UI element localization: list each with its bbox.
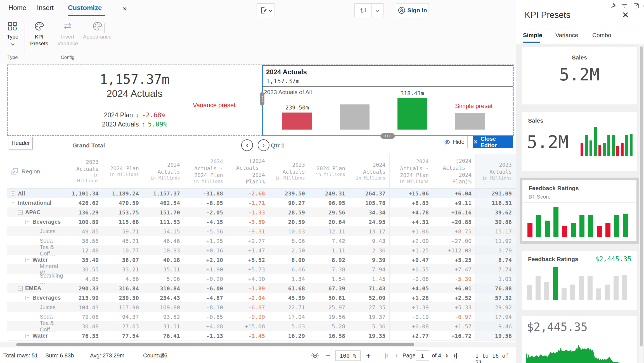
table-row-soda[interactable]: Soda79.0894.3793.52-0.85-0.9017.0419.561… bbox=[7, 312, 516, 322]
next-page-button[interactable]: › bbox=[446, 352, 448, 359]
zoom-in-button[interactable]: + bbox=[363, 350, 373, 361]
qtr-next-button[interactable]: › bbox=[258, 139, 269, 151]
edit-interactions-button[interactable] bbox=[257, 3, 274, 17]
kpi-presets-button[interactable]: KPI Presets bbox=[27, 20, 51, 54]
preset-card-feedback-value[interactable]: Feedback Ratings $2,445.35 bbox=[522, 251, 637, 310]
table-cell: +6.01 bbox=[433, 284, 476, 293]
column-header[interactable]: 2024 Actualsin Millions bbox=[143, 154, 184, 188]
preset-card-sales-centered[interactable]: Sales 5.2M bbox=[522, 47, 637, 104]
table-row-soda[interactable]: Soda38.5645.2146.46+1.25+2.778.067.429.4… bbox=[7, 236, 516, 246]
collapse-icon[interactable]: − bbox=[18, 210, 23, 215]
close-editor-button[interactable]: ✕ Close Editor bbox=[473, 136, 513, 148]
table-row-beverages[interactable]: −Beverages100.89115.68111.53-4.15-3.5920… bbox=[7, 217, 516, 227]
horizontal-scrollbar[interactable] bbox=[0, 342, 516, 347]
table-row-all[interactable]: −All1,101.341,189.241,157.37-31.88-2.682… bbox=[7, 189, 516, 198]
table-settings-gear-icon[interactable] bbox=[311, 352, 319, 360]
page-number-input[interactable]: 1 bbox=[416, 350, 429, 361]
column-header[interactable]: 2023 Actualsin Millions bbox=[69, 154, 103, 188]
table-row-beverages[interactable]: −Beverages213.99239.30234.43-4.87-2.0445… bbox=[7, 293, 516, 303]
appearance-button[interactable]: Appearance bbox=[82, 20, 113, 54]
column-header[interactable]: 2023 Actualsin Millions bbox=[269, 154, 309, 188]
column-header[interactable]: 2024 Planin Millions bbox=[309, 154, 349, 188]
table-row-apac[interactable]: −APAC136.29153.75151.70-2.05-1.3328.5929… bbox=[7, 208, 516, 217]
invert-variance-button[interactable]: Invert Variance bbox=[55, 20, 80, 54]
table-cell: +1.47 bbox=[227, 246, 269, 255]
zoom-level-input[interactable]: 100 % bbox=[335, 350, 361, 361]
tab-home[interactable]: Home bbox=[8, 4, 26, 12]
collapse-icon[interactable]: − bbox=[25, 334, 30, 338]
sign-in-button[interactable]: Sign in bbox=[396, 3, 429, 17]
table-cell: 16.29 bbox=[269, 331, 309, 340]
tab-customize[interactable]: Customize bbox=[68, 4, 102, 12]
region-column-header[interactable]: Region bbox=[7, 154, 69, 188]
table-cell: 1.01 bbox=[476, 274, 516, 283]
resize-handle-left[interactable] bbox=[260, 92, 264, 106]
variance-kpi-visual[interactable]: 1,157.37m 2024 Actuals 2024 Plan ↓ -2.68… bbox=[7, 65, 262, 136]
table-row-emea[interactable]: −EMEA290.33316.84310.84-6.00-1.8961.6867… bbox=[7, 284, 516, 293]
hide-button[interactable]: Hide bbox=[441, 136, 468, 148]
panel-scrollbar-thumb[interactable] bbox=[640, 46, 643, 347]
stats-eye-slash-icon[interactable] bbox=[158, 352, 165, 359]
table-row-tea-coff-[interactable]: Tea & Coff…30.4827.0331.11+4.08+15.085.6… bbox=[7, 322, 516, 331]
add-comment-button[interactable] bbox=[354, 3, 372, 17]
preset-tab-combo[interactable]: Combo bbox=[592, 32, 611, 39]
table-row-water[interactable]: −Water76.3377.5476.41-1.13-1.4516.2916.5… bbox=[7, 331, 516, 341]
kpi-presets-panel: ⋯ KPI Presets ✕ Simple Variance Combo Sa… bbox=[516, 0, 644, 363]
resize-handle-bottom[interactable] bbox=[380, 133, 395, 139]
table-cell: +6.04 bbox=[433, 189, 476, 198]
focus-mode-icon[interactable] bbox=[632, 2, 640, 9]
ribbon-overflow-icon[interactable]: » bbox=[123, 4, 126, 12]
table-row-mineral-w-[interactable]: Mineral W…30.5533.2135.11+1.90+5.736.667… bbox=[7, 265, 516, 274]
preset-card-big-value-area[interactable]: $2,445.35 bbox=[522, 316, 637, 363]
zoom-out-button[interactable]: − bbox=[323, 350, 333, 361]
table-cell: 12.48 bbox=[69, 246, 103, 255]
column-header[interactable]: (2024 Actuals - 2024 Plan)% bbox=[227, 154, 269, 188]
filter-icon[interactable] bbox=[620, 2, 629, 9]
comment-dropdown-button[interactable] bbox=[372, 3, 383, 17]
tab-insert[interactable]: Insert bbox=[37, 4, 54, 12]
simple-kpi-visual-selected[interactable]: 2024 Actuals 1,157.37m 2023 Actuals of A… bbox=[262, 65, 513, 136]
panel-close-icon[interactable]: ✕ bbox=[622, 10, 629, 20]
collapse-icon[interactable]: − bbox=[11, 191, 15, 196]
more-options-icon[interactable]: ⋯ bbox=[641, 2, 644, 9]
column-header[interactable]: 2023 Actualsin Millions bbox=[476, 154, 516, 188]
row-label: Water bbox=[32, 257, 48, 263]
table-row-juices[interactable]: Juices104.43117.90109.80-8.10-6.8722.712… bbox=[7, 303, 516, 312]
last-page-button[interactable]: › bbox=[453, 352, 457, 359]
scrollbar-thumb[interactable] bbox=[16, 343, 414, 346]
column-header[interactable]: 2024 Actuals - 2024 Planin Millions bbox=[390, 154, 433, 188]
qtr-prev-button[interactable]: ‹ bbox=[241, 139, 253, 151]
type-button[interactable]: Type bbox=[2, 20, 23, 54]
column-header[interactable]: 2024 Actualsin Millions bbox=[349, 154, 390, 188]
panel-scrollbar[interactable] bbox=[639, 44, 643, 363]
sparkline-bar bbox=[605, 223, 610, 237]
table-row-sparkling-[interactable]: Sparkling …4.854.865.06+0.20+4.101.341.5… bbox=[7, 274, 516, 284]
table-row-tea-coff-[interactable]: Tea & Coff…12.4810.7710.93+0.16+1.472.50… bbox=[7, 246, 516, 255]
collapse-icon[interactable]: − bbox=[25, 258, 30, 262]
column-header[interactable]: (2024 Actuals - 2024 Plan)% bbox=[433, 154, 476, 188]
collapse-icon[interactable]: − bbox=[18, 286, 23, 291]
table-row-juices[interactable]: Juices49.8559.7154.15-5.56-9.3110.0312.1… bbox=[7, 227, 516, 236]
preset-tab-variance[interactable]: Variance bbox=[555, 32, 578, 39]
kpi-comparison-plan: 2024 Plan ↓ -2.68% bbox=[7, 111, 262, 119]
variance-preset-annotation: Variance preset bbox=[193, 102, 235, 109]
collapse-icon[interactable]: − bbox=[25, 296, 30, 300]
row-label: Water bbox=[32, 333, 48, 339]
table-cell: 8.06 bbox=[269, 236, 309, 245]
pin-icon[interactable] bbox=[609, 2, 617, 9]
collapse-icon[interactable]: − bbox=[25, 220, 30, 224]
header-section-chip[interactable]: Header bbox=[9, 137, 33, 149]
column-header[interactable]: 2024 Planin Millions bbox=[103, 154, 143, 188]
preset-card-feedback-bt-score[interactable]: Feedback Ratings BT Score bbox=[522, 180, 636, 241]
prev-page-button[interactable]: ‹ bbox=[395, 352, 398, 359]
first-page-button[interactable]: ‹ bbox=[385, 352, 389, 359]
table-row-water[interactable]: −Water35.4038.0740.18+2.10+5.528.008.929… bbox=[7, 255, 516, 265]
page-label: Page bbox=[402, 352, 416, 359]
table-cell: -5.39 bbox=[433, 274, 476, 283]
table-cell: 151.70 bbox=[143, 208, 184, 217]
column-header[interactable]: 2024 Actuals - 2024 Planin Millions bbox=[184, 154, 227, 188]
table-row-international[interactable]: −International426.62470.59462.54-8.05-1.… bbox=[7, 198, 516, 208]
preset-card-sales-sparkline[interactable]: Sales 5.2M bbox=[522, 112, 637, 171]
preset-tab-simple[interactable]: Simple bbox=[523, 32, 542, 39]
collapse-icon[interactable]: − bbox=[11, 201, 15, 205]
